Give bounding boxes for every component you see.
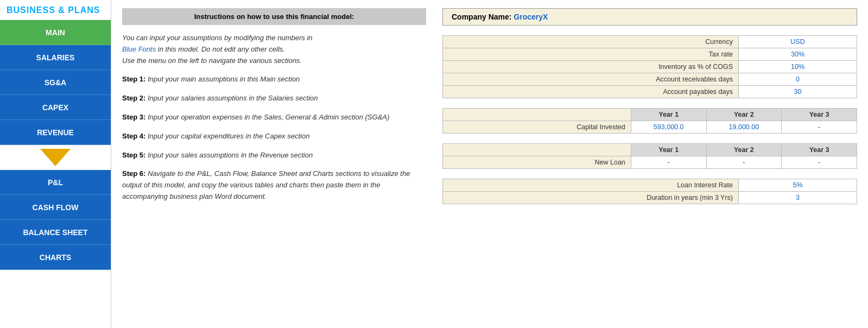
sidebar-label-revenue: REVENUE xyxy=(37,128,74,137)
loan-header-y3: Year 3 xyxy=(782,144,857,156)
step-6: Step 6: Navigate to the P&L, Cash Flow, … xyxy=(122,168,426,202)
sidebar-item-sga[interactable]: SG&A xyxy=(0,70,111,95)
step6-label: Step 6: xyxy=(122,169,145,178)
logo: BUSINESS & PLANS xyxy=(7,5,104,15)
sidebar-label-salaries: SALARIES xyxy=(36,53,75,62)
settings-table: Currency USD Tax rate 30% Inventory as %… xyxy=(442,35,857,98)
instructions-body: You can input your assumptions by modify… xyxy=(122,33,426,203)
instructions-panel: Instructions on how to use this financia… xyxy=(122,8,426,320)
step4-desc: Input your capital expenditures in the C… xyxy=(145,132,309,140)
loan-header-y2: Year 2 xyxy=(706,144,782,156)
company-name-box: Company Name: GroceryX xyxy=(442,8,857,26)
sidebar: BUSINESS & PLANS MAIN SALARIES SG&A CAPE… xyxy=(0,0,111,328)
step3-desc: Input your operation expenses in the Sal… xyxy=(145,113,389,121)
sidebar-item-capex[interactable]: CAPEX xyxy=(0,95,111,120)
step2-label: Step 2: xyxy=(122,94,145,102)
loan-table: Year 1 Year 2 Year 3 New Loan--- xyxy=(442,143,857,169)
step-2: Step 2: Input your salaries assumptions … xyxy=(122,93,426,104)
loan-details-table: Loan Interest Rate 5% Duration in years … xyxy=(442,179,857,204)
settings-row-2: Inventory as % of COGS 10% xyxy=(443,61,857,73)
step-4: Step 4: Input your capital expenditures … xyxy=(122,131,426,142)
step5-desc: Input your sales assumptions in the Reve… xyxy=(145,151,313,159)
sidebar-item-pl[interactable]: P&L xyxy=(0,170,111,195)
capital-row-0: Capital Invested593,000.019,000.00- xyxy=(443,121,857,134)
loan-detail-value-1[interactable]: 3 xyxy=(739,192,857,204)
sidebar-item-salaries[interactable]: SALARIES xyxy=(0,45,111,70)
sidebar-label-pl: P&L xyxy=(48,178,63,187)
loan-val-0-1[interactable]: - xyxy=(706,156,782,169)
settings-value-3[interactable]: 0 xyxy=(739,73,857,86)
settings-value-1[interactable]: 30% xyxy=(739,48,857,61)
settings-label-2: Inventory as % of COGS xyxy=(443,61,739,73)
sidebar-item-charts[interactable]: CHARTS xyxy=(0,245,111,270)
sidebar-label-sga: SG&A xyxy=(45,78,66,87)
settings-row-3: Account receivables days 0 xyxy=(443,73,857,86)
capital-val-0-2[interactable]: - xyxy=(782,121,857,134)
capital-header-y1: Year 1 xyxy=(631,109,706,121)
intro-line2: in this model. Do not edit any other cel… xyxy=(156,45,285,53)
capital-header-y2: Year 2 xyxy=(706,109,782,121)
loan-val-0-2[interactable]: - xyxy=(782,156,857,169)
settings-value-0[interactable]: USD xyxy=(739,36,857,48)
settings-label-1: Tax rate xyxy=(443,48,739,61)
step1-label: Step 1: xyxy=(122,75,145,83)
step-3: Step 3: Input your operation expenses in… xyxy=(122,112,426,123)
sidebar-item-cashflow[interactable]: CASH FLOW xyxy=(0,195,111,220)
sidebar-label-balance: BALANCE SHEET xyxy=(23,228,87,237)
settings-label-0: Currency xyxy=(443,36,739,48)
loan-detail-label-1: Duration in years (min 3 Yrs) xyxy=(443,192,739,204)
logo-area: BUSINESS & PLANS xyxy=(0,0,111,20)
intro-blue: Blue Fonts xyxy=(122,45,156,53)
capital-table: Year 1 Year 2 Year 3 Capital Invested593… xyxy=(442,108,857,134)
sidebar-item-main[interactable]: MAIN xyxy=(0,20,111,45)
logo-business: BUSINESS xyxy=(7,5,58,15)
settings-value-4[interactable]: 30 xyxy=(739,86,857,98)
settings-row-1: Tax rate 30% xyxy=(443,48,857,61)
step3-label: Step 3: xyxy=(122,113,145,121)
arrow-down-icon xyxy=(40,149,71,166)
main-content: Instructions on how to use this financia… xyxy=(111,0,868,328)
step5-label: Step 5: xyxy=(122,151,145,159)
capital-header-y3: Year 3 xyxy=(782,109,857,121)
company-name[interactable]: GroceryX xyxy=(514,12,548,21)
loan-detail-value-0[interactable]: 5% xyxy=(739,179,857,192)
step-1: Step 1: Input your main assumptions in t… xyxy=(122,74,426,85)
intro-line1: You can input your assumptions by modify… xyxy=(122,34,312,42)
sidebar-label-capex: CAPEX xyxy=(42,103,68,112)
settings-value-2[interactable]: 10% xyxy=(739,61,857,73)
instructions-header: Instructions on how to use this financia… xyxy=(122,8,426,25)
sidebar-label-cashflow: CASH FLOW xyxy=(33,203,79,212)
settings-row-4: Account payables days 30 xyxy=(443,86,857,98)
sidebar-label-charts: CHARTS xyxy=(40,253,71,262)
settings-label-4: Account payables days xyxy=(443,86,739,98)
right-panel: Company Name: GroceryX Currency USD Tax … xyxy=(442,8,857,320)
intro-text: You can input your assumptions by modify… xyxy=(122,33,426,66)
capital-val-0-1[interactable]: 19,000.00 xyxy=(706,121,782,134)
loan-label-0: New Loan xyxy=(443,156,631,169)
instructions-header-text: Instructions on how to use this financia… xyxy=(194,12,354,21)
loan-val-0-0[interactable]: - xyxy=(631,156,706,169)
sidebar-item-balance[interactable]: BALANCE SHEET xyxy=(0,220,111,245)
loan-detail-row-0: Loan Interest Rate 5% xyxy=(443,179,857,192)
nav-arrow xyxy=(0,145,111,170)
loan-detail-label-0: Loan Interest Rate xyxy=(443,179,739,192)
logo-plans: PLANS xyxy=(68,5,100,15)
loan-header-y1: Year 1 xyxy=(631,144,706,156)
sidebar-item-revenue[interactable]: REVENUE xyxy=(0,120,111,145)
step4-label: Step 4: xyxy=(122,132,145,140)
company-label: Company Name: xyxy=(452,12,514,21)
loan-detail-row-1: Duration in years (min 3 Yrs) 3 xyxy=(443,192,857,204)
capital-label-0: Capital Invested xyxy=(443,121,631,134)
step6-desc: Navigate to the P&L, Cash Flow, Balance … xyxy=(122,169,410,200)
loan-row-0: New Loan--- xyxy=(443,156,857,169)
step1-desc: Input your main assumptions in this Main… xyxy=(145,75,300,83)
logo-ampersand: & xyxy=(58,5,68,15)
settings-label-3: Account receivables days xyxy=(443,73,739,86)
step2-desc: Input your salaries assumptions in the S… xyxy=(145,94,318,102)
sidebar-label-main: MAIN xyxy=(46,28,65,37)
capital-val-0-0[interactable]: 593,000.0 xyxy=(631,121,706,134)
step-5: Step 5: Input your sales assumptions in … xyxy=(122,150,426,161)
intro-line3: Use the menu on the left to navigate the… xyxy=(122,56,302,65)
settings-row-0: Currency USD xyxy=(443,36,857,48)
